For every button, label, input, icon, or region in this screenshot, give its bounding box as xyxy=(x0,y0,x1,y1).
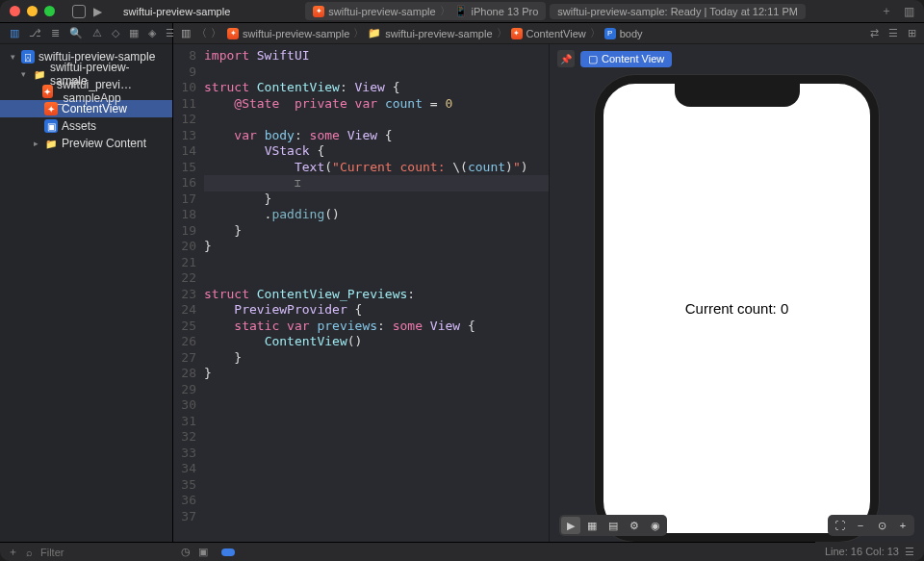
assets-icon: ▣ xyxy=(44,119,58,133)
filter-icon: ⌕ xyxy=(26,547,33,558)
navigator-sidebar: ▥ ⎇ ≣ 🔍 ⚠ ◇ ▦ ◈ ☰ ▾ ⍓ swiftui-preview-sa… xyxy=(0,23,173,542)
breakpoint-navigator-icon[interactable]: ◈ xyxy=(148,27,156,39)
file-label: Assets xyxy=(62,119,96,133)
folder-icon: 📁 xyxy=(368,27,381,39)
disclosure-icon[interactable]: ▸ xyxy=(31,139,40,148)
folder-icon: 📁 xyxy=(33,67,46,81)
device-settings-button[interactable]: ⚙ xyxy=(625,517,644,534)
property-icon: P xyxy=(604,28,616,39)
folder-preview-content[interactable]: ▸ 📁 Preview Content xyxy=(0,135,172,152)
recent-filter-icon[interactable]: ◷ xyxy=(181,546,191,558)
nav-forward-button[interactable]: 〉 xyxy=(211,26,221,40)
status-bar: Line: 16 Col: 13 ☰ xyxy=(815,542,924,561)
project-navigator-icon[interactable]: ▥ xyxy=(10,27,19,39)
pin-preview-button[interactable]: 📌 xyxy=(557,50,575,67)
device-name: iPhone 13 Pro xyxy=(472,6,539,17)
preview-options-button[interactable]: ◉ xyxy=(646,517,665,534)
swift-icon: ✦ xyxy=(313,6,324,17)
nav-back-button[interactable]: 〈 xyxy=(196,26,207,40)
symbol-navigator-icon[interactable]: ≣ xyxy=(51,27,60,39)
live-preview-button[interactable]: ▶ xyxy=(561,517,580,534)
swiftui-preview-canvas: 📌 ▢ Content View Current count: 0 ▶ ▦ xyxy=(549,44,924,542)
preview-content: Current count: 0 xyxy=(603,84,870,533)
disclosure-icon[interactable]: ▾ xyxy=(8,52,17,62)
xcodeproj-icon: ⍓ xyxy=(21,50,35,64)
close-window-button[interactable] xyxy=(10,6,20,16)
project-tree: ▾ ⍓ swiftui-preview-sample ▾ 📁 swiftui-p… xyxy=(0,44,172,156)
minimap-toggle-icon[interactable]: ☰ xyxy=(905,546,914,558)
chevron-right-icon: 〉 xyxy=(440,4,450,18)
build-status: swiftui-preview-sample: Ready | Today at… xyxy=(550,4,806,19)
swift-icon: ✦ xyxy=(511,28,523,39)
source-editor[interactable]: 8910111213141516171819202122232425262728… xyxy=(173,44,549,542)
swift-file-icon: ✦ xyxy=(44,102,58,115)
file-swift-app[interactable]: ✦ swiftui_previ…_sampleApp xyxy=(0,83,172,100)
source-control-icon[interactable]: ⎇ xyxy=(29,27,41,39)
preview-mode-buttons: ▶ ▦ ▤ ⚙ ◉ xyxy=(559,515,667,536)
jump-to-counterpart-icon[interactable]: ⇄ xyxy=(870,27,879,39)
scm-filter-icon[interactable]: ▣ xyxy=(198,546,208,558)
zoom-in-button[interactable]: + xyxy=(893,517,912,534)
add-editor-icon[interactable]: ⊞ xyxy=(908,27,916,39)
find-navigator-icon[interactable]: 🔍 xyxy=(69,27,83,39)
swift-icon: ✦ xyxy=(227,28,239,39)
project-title: swiftui-preview-sample xyxy=(123,6,230,17)
stop-button[interactable] xyxy=(72,5,86,18)
filter-input[interactable] xyxy=(40,547,173,558)
file-label: Preview Content xyxy=(62,137,146,150)
library-button[interactable]: ▥ xyxy=(904,5,914,18)
scheme-selector[interactable]: ✦ swiftui-preview-sample 〉 📱 iPhone 13 P… xyxy=(305,2,546,20)
jump-bar: ▥ 〈 〉 ✦ swiftui-preview-sample 〉 📁 swift… xyxy=(173,23,924,44)
zoom-controls: ⛶ − ⊙ + xyxy=(828,515,914,536)
minimize-window-button[interactable] xyxy=(27,6,38,16)
add-target-button[interactable]: ＋ xyxy=(8,545,18,559)
code-content[interactable]: import SwiftUI struct ContentView: View … xyxy=(204,48,549,542)
file-label: ContentView xyxy=(62,102,127,115)
editor-options-icon[interactable]: ☰ xyxy=(888,27,898,39)
issue-navigator-icon[interactable]: ⚠ xyxy=(92,27,102,39)
activity-indicator xyxy=(221,548,235,556)
device-icon: 📱 xyxy=(454,5,468,17)
breadcrumb[interactable]: ✦ swiftui-preview-sample 〉 📁 swiftui-pre… xyxy=(227,26,643,40)
preview-label[interactable]: ▢ Content View xyxy=(580,51,672,67)
debug-navigator-icon[interactable]: ▦ xyxy=(129,27,139,39)
selectable-preview-button[interactable]: ▦ xyxy=(582,517,602,534)
filter-bar: ＋ ⌕ ◷ ▣ xyxy=(0,542,924,561)
file-label: swiftui_previ…_sampleApp xyxy=(57,78,167,105)
navigator-selector: ▥ ⎇ ≣ 🔍 ⚠ ◇ ▦ ◈ ☰ xyxy=(0,23,172,44)
zoom-out-button[interactable]: − xyxy=(851,517,870,534)
title-bar: ▶ swiftui-preview-sample ✦ swiftui-previ… xyxy=(0,0,924,23)
variants-button[interactable]: ▤ xyxy=(603,517,623,534)
file-assets[interactable]: ▣ Assets xyxy=(0,117,172,135)
run-button[interactable]: ▶ xyxy=(93,5,102,18)
test-navigator-icon[interactable]: ◇ xyxy=(112,27,119,39)
folder-icon: 📁 xyxy=(44,137,58,150)
swift-file-icon: ✦ xyxy=(42,85,53,98)
line-gutter: 8910111213141516171819202122232425262728… xyxy=(173,48,204,542)
zoom-window-button[interactable] xyxy=(44,6,55,16)
cursor-position: Line: 16 Col: 13 xyxy=(825,546,899,557)
zoom-to-fit-button[interactable]: ⛶ xyxy=(830,517,849,534)
device-frame: Current count: 0 xyxy=(595,75,879,542)
editor-grid-icon[interactable]: ▥ xyxy=(181,27,191,39)
editor-area: ▥ 〈 〉 ✦ swiftui-preview-sample 〉 📁 swift… xyxy=(173,23,924,542)
disclosure-icon[interactable]: ▾ xyxy=(19,69,29,79)
window-controls xyxy=(10,6,55,16)
add-button[interactable]: ＋ xyxy=(881,3,892,19)
scheme-name: swiftui-preview-sample xyxy=(328,6,435,17)
preview-icon: ▢ xyxy=(588,53,598,65)
zoom-actual-button[interactable]: ⊙ xyxy=(872,517,891,534)
